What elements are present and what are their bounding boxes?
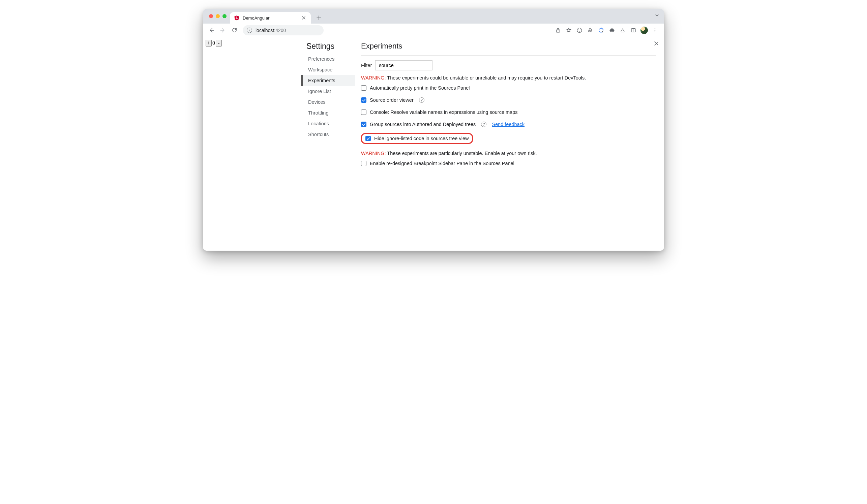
experiment-checkbox[interactable] (365, 136, 371, 141)
warning-prefix: WARNING: (361, 75, 386, 80)
tab-title: DemoAngular (243, 15, 270, 21)
divider (361, 55, 656, 56)
experiment-row: Console: Resolve variable names in expre… (361, 109, 656, 116)
experiments-heading: Experiments (361, 42, 656, 51)
sidebar-item-workspace[interactable]: Workspace (301, 64, 355, 75)
address-bar[interactable]: i localhost:4200 (243, 25, 324, 35)
svg-point-10 (602, 31, 603, 32)
window-close-button[interactable] (209, 14, 213, 18)
site-info-icon[interactable]: i (247, 28, 252, 33)
warning-text: These experiments could be unstable or u… (386, 75, 586, 80)
svg-point-6 (580, 29, 581, 30)
svg-marker-3 (567, 28, 571, 32)
experiment-checkbox[interactable] (361, 161, 366, 166)
browser-window: DemoAngular i (203, 9, 664, 251)
sidebar-item-devices[interactable]: Devices (301, 97, 355, 108)
nav-reload-button[interactable] (229, 25, 239, 35)
sidebar-item-ignore-list[interactable]: Ignore List (301, 86, 355, 97)
warning-prefix-2: WARNING: (361, 151, 386, 156)
settings-heading: Settings (301, 42, 355, 54)
feedback-link[interactable]: Send feedback (492, 122, 525, 127)
filter-label: Filter (361, 63, 372, 68)
experiment-checkbox[interactable] (361, 97, 366, 103)
experiment-label: Enable re-designed Breakpoint Sidebar Pa… (370, 161, 514, 166)
url-rest: :4200 (274, 28, 286, 33)
warning-extra: WARNING: These experiments are particula… (361, 151, 656, 156)
extension-target-icon[interactable] (596, 25, 606, 35)
share-icon[interactable] (553, 25, 563, 35)
experiment-checkbox[interactable] (361, 109, 366, 115)
settings-main: Experiments Filter WARNING: These experi… (355, 37, 664, 251)
experiment-label: Console: Resolve variable names in expre… (370, 109, 517, 115)
counter-plus-button[interactable]: + (206, 40, 212, 46)
experiment-label: Group sources into Authored and Deployed… (370, 122, 475, 127)
warning-text-2: These experiments are particularly unsta… (386, 151, 537, 156)
settings-close-button[interactable] (653, 40, 660, 47)
window-fullscreen-button[interactable] (223, 14, 226, 18)
svg-point-4 (577, 28, 582, 33)
nav-forward-button[interactable] (218, 25, 228, 35)
url-text: localhost:4200 (256, 28, 286, 33)
window-controls (207, 9, 230, 24)
devtools-settings-panel: Settings Preferences Workspace Experimen… (301, 37, 664, 251)
experiment-row: Hide ignore-listed code in sources tree … (361, 133, 473, 144)
experiment-row: Group sources into Authored and Deployed… (361, 121, 656, 128)
tab-close-button[interactable] (301, 15, 307, 21)
sidebar-item-preferences[interactable]: Preferences (301, 54, 355, 64)
toolbar-actions (553, 25, 661, 35)
svg-point-15 (655, 31, 655, 32)
experiments-list: Automatically pretty print in the Source… (361, 85, 656, 144)
experiment-row: Source order viewer? (361, 97, 656, 103)
browser-toolbar: i localhost:4200 (203, 24, 664, 37)
filter-row: Filter (361, 60, 656, 70)
experiment-checkbox[interactable] (361, 122, 366, 127)
warning-unstable: WARNING: These experiments could be unst… (361, 75, 656, 80)
url-host: localhost (256, 28, 274, 33)
experiment-label: Hide ignore-listed code in sources tree … (374, 136, 469, 141)
profile-avatar[interactable] (639, 25, 649, 35)
sidebar-item-throttling[interactable]: Throttling (301, 108, 355, 118)
sidebar-item-experiments[interactable]: Experiments (301, 75, 355, 86)
experiment-label: Automatically pretty print in the Source… (370, 85, 470, 91)
bookmark-star-icon[interactable] (564, 25, 574, 35)
content-area: + 0 - Settings Preferences Workspace Exp… (203, 37, 664, 251)
experiment-row: Enable re-designed Breakpoint Sidebar Pa… (361, 160, 656, 167)
help-icon[interactable]: ? (419, 97, 425, 103)
experiment-checkbox[interactable] (361, 85, 366, 91)
page-viewport: + 0 - (203, 37, 301, 251)
nav-back-button[interactable] (206, 25, 216, 35)
extensions-puzzle-icon[interactable] (607, 25, 617, 35)
window-minimize-button[interactable] (216, 14, 220, 18)
svg-point-13 (655, 28, 655, 29)
angular-favicon-icon (234, 15, 239, 21)
experiments-list-2: Enable re-designed Breakpoint Sidebar Pa… (361, 160, 656, 167)
tab-list-chevron-icon[interactable] (655, 13, 659, 19)
sidebar-item-shortcuts[interactable]: Shortcuts (301, 129, 355, 140)
tab-strip: DemoAngular (203, 9, 664, 24)
labs-flask-icon[interactable] (618, 25, 628, 35)
counter-widget: + 0 - (206, 40, 298, 46)
extension-face-icon[interactable] (575, 25, 585, 35)
experiment-row: Automatically pretty print in the Source… (361, 85, 656, 91)
svg-point-7 (589, 30, 590, 32)
extension-incognito-icon[interactable] (585, 25, 595, 35)
filter-input[interactable] (375, 60, 432, 70)
svg-point-14 (655, 30, 655, 30)
browser-menu-icon[interactable] (650, 25, 660, 35)
svg-point-5 (578, 29, 579, 30)
settings-sidebar: Settings Preferences Workspace Experimen… (301, 37, 355, 251)
counter-value: 0 (212, 40, 216, 46)
svg-point-8 (591, 30, 592, 32)
browser-tab[interactable]: DemoAngular (230, 12, 311, 24)
sidebar-item-locations[interactable]: Locations (301, 118, 355, 129)
panel-toggle-icon[interactable] (628, 25, 639, 35)
help-icon[interactable]: ? (481, 122, 486, 127)
svg-rect-11 (631, 28, 635, 32)
new-tab-button[interactable] (314, 13, 324, 23)
experiment-label: Source order viewer (370, 97, 414, 103)
counter-minus-button[interactable]: - (216, 40, 222, 46)
